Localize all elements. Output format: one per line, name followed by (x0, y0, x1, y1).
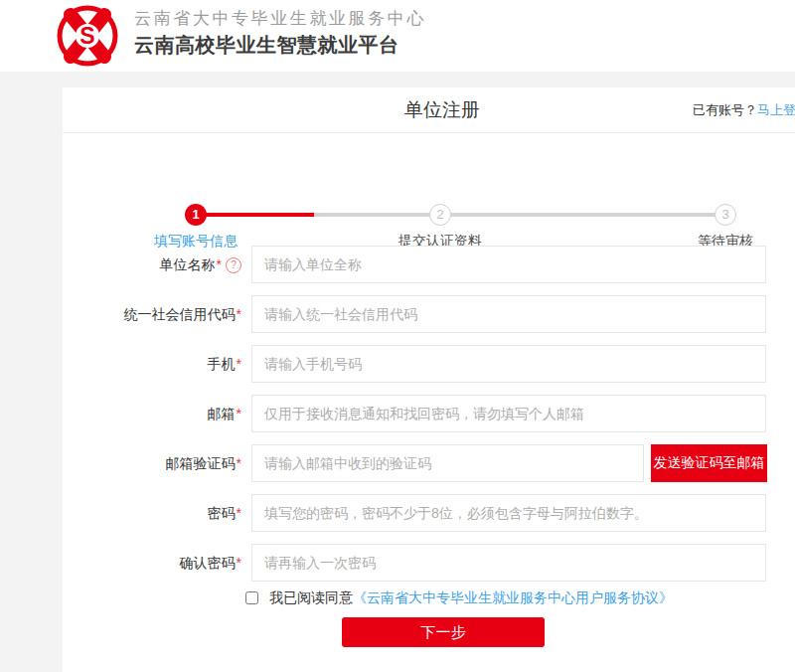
help-icon[interactable]: ? (226, 257, 241, 273)
login-hint: 已有账号？马上登录 (693, 87, 795, 132)
platform-logo-icon: S (56, 4, 119, 68)
register-card: 单位注册 已有账号？马上登录 1 2 3 填写账号信息 提交认证资料 等待审核 … (63, 87, 795, 672)
form-row-phone: 手机* (63, 345, 795, 383)
send-code-button[interactable]: 发送验证码至邮箱 (651, 444, 767, 482)
confirm-password-label: 确认密码* (63, 544, 241, 582)
required-mark: * (237, 356, 241, 372)
phone-input[interactable] (251, 345, 766, 383)
progress-steps: 1 2 3 填写账号信息 提交认证资料 等待审核 (63, 133, 795, 243)
logo-letter: S (80, 23, 94, 49)
email-code-input[interactable] (251, 444, 644, 482)
form-row-password: 密码* (63, 494, 795, 532)
required-mark: * (237, 555, 241, 571)
progress-line-2-3 (440, 213, 725, 217)
unit-name-input[interactable] (251, 246, 766, 283)
login-link[interactable]: 马上登录 (757, 102, 795, 117)
form-row-confirm-password: 确认密码* (63, 544, 795, 582)
required-mark: * (237, 455, 241, 471)
form-row-email: 邮箱* (63, 395, 795, 432)
login-hint-text: 已有账号？ (693, 102, 757, 117)
required-mark: * (237, 306, 241, 322)
brand-text: 云南省大中专毕业生就业服务中心 云南高校毕业生智慧就业平台 (134, 7, 426, 59)
confirm-password-input[interactable] (251, 544, 766, 582)
required-mark: * (237, 406, 241, 421)
platform-name: 云南高校毕业生智慧就业平台 (134, 31, 426, 59)
progress-line-1-2 (314, 213, 440, 217)
agreement-row: 我已阅读同意《云南省大中专毕业生就业服务中心用户服务协议》 (245, 589, 673, 609)
credit-code-label: 统一社会信用代码* (63, 295, 241, 333)
password-input[interactable] (251, 494, 766, 532)
next-step-button[interactable]: 下一步 (342, 617, 545, 647)
required-mark: * (237, 505, 241, 521)
progress-line-filled (196, 213, 314, 217)
step-2-circle: 2 (429, 204, 451, 226)
step-3-circle: 3 (715, 204, 736, 226)
step-1-circle: 1 (185, 204, 207, 226)
email-label: 邮箱* (63, 395, 241, 432)
agreement-text: 我已阅读同意 (269, 589, 353, 605)
card-header: 单位注册 已有账号？马上登录 (63, 87, 795, 133)
credit-code-input[interactable] (251, 295, 766, 333)
unit-name-label: 单位名称*? (63, 246, 241, 283)
agreement-link[interactable]: 《云南省大中专毕业生就业服务中心用户服务协议》 (353, 589, 673, 605)
form-row-email-code: 邮箱验证码* 发送验证码至邮箱 (63, 444, 795, 482)
org-name: 云南省大中专毕业生就业服务中心 (134, 7, 426, 31)
form-row-credit-code: 统一社会信用代码* (63, 295, 795, 333)
password-label: 密码* (63, 494, 241, 532)
form-row-unit-name: 单位名称*? (63, 246, 795, 283)
site-header: S 云南省大中专毕业生就业服务中心 云南高校毕业生智慧就业平台 (0, 0, 795, 72)
required-mark: * (217, 256, 222, 272)
email-input[interactable] (251, 395, 766, 432)
agreement-checkbox[interactable] (245, 591, 258, 604)
email-code-label: 邮箱验证码* (63, 444, 241, 482)
phone-label: 手机* (63, 345, 241, 383)
registration-page: S 云南省大中专毕业生就业服务中心 云南高校毕业生智慧就业平台 单位注册 已有账… (0, 0, 795, 672)
page-title: 单位注册 (63, 87, 795, 132)
